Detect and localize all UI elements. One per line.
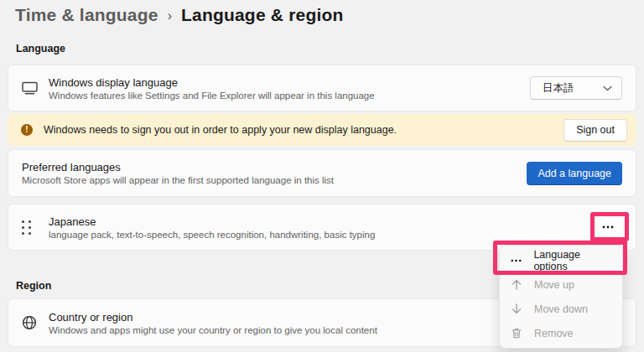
globe-icon xyxy=(22,315,49,330)
preferred-languages-title: Preferred languages xyxy=(22,161,334,173)
add-language-button[interactable]: Add a language xyxy=(527,162,622,185)
menu-item-label: Move down xyxy=(534,303,588,315)
japanese-language-description: language pack, text-to-speech, speech re… xyxy=(49,230,375,240)
arrow-up-icon xyxy=(510,279,523,290)
signout-warning-banner: ! Windows needs to sign you out in order… xyxy=(8,114,636,146)
drag-handle[interactable] xyxy=(22,220,49,235)
breadcrumb-separator-icon: › xyxy=(168,8,172,23)
signout-warning-message: Windows needs to sign you out in order t… xyxy=(44,124,397,136)
menu-item-remove[interactable]: Remove xyxy=(500,321,622,345)
chevron-down-icon xyxy=(603,85,612,91)
breadcrumb: Time & language › Language & region xyxy=(15,5,344,25)
display-language-title: Windows display language xyxy=(49,76,375,89)
display-language-description: Windows features like Settings and File … xyxy=(49,91,375,101)
page-title: Language & region xyxy=(181,5,344,25)
region-section-label: Region xyxy=(16,280,51,292)
language-context-menu: Language options Move up Move down Remov… xyxy=(499,245,623,349)
more-icon xyxy=(602,225,614,229)
menu-item-move-down[interactable]: Move down xyxy=(500,297,622,321)
country-region-description: Windows and apps might use your country … xyxy=(49,325,377,335)
menu-item-label: Remove xyxy=(534,328,574,339)
menu-item-language-options[interactable]: Language options xyxy=(500,248,622,272)
preferred-languages-card: Preferred languages Microsoft Store apps… xyxy=(8,149,636,197)
japanese-language-card: Japanese language pack, text-to-speech, … xyxy=(8,204,636,251)
preferred-languages-description: Microsoft Store apps will appear in the … xyxy=(22,175,334,185)
warning-icon: ! xyxy=(21,124,33,136)
country-region-title: Country or region xyxy=(49,311,377,324)
grip-icon xyxy=(22,220,31,235)
more-icon xyxy=(510,259,522,262)
menu-item-label: Language options xyxy=(533,249,614,272)
sign-out-button[interactable]: Sign out xyxy=(564,119,627,142)
display-language-dropdown-value: 日本語 xyxy=(543,81,574,96)
display-icon xyxy=(22,81,49,95)
display-language-card: Windows display language Windows feature… xyxy=(8,65,636,111)
arrow-down-icon xyxy=(510,303,523,314)
menu-item-label: Move up xyxy=(534,279,574,291)
language-section-label: Language xyxy=(16,43,65,54)
breadcrumb-parent[interactable]: Time & language xyxy=(15,5,158,25)
menu-item-move-up[interactable]: Move up xyxy=(500,272,622,297)
trash-icon xyxy=(510,328,523,339)
more-options-button[interactable] xyxy=(594,217,622,237)
japanese-language-title: Japanese xyxy=(49,215,375,228)
display-language-dropdown[interactable]: 日本語 xyxy=(530,76,622,100)
